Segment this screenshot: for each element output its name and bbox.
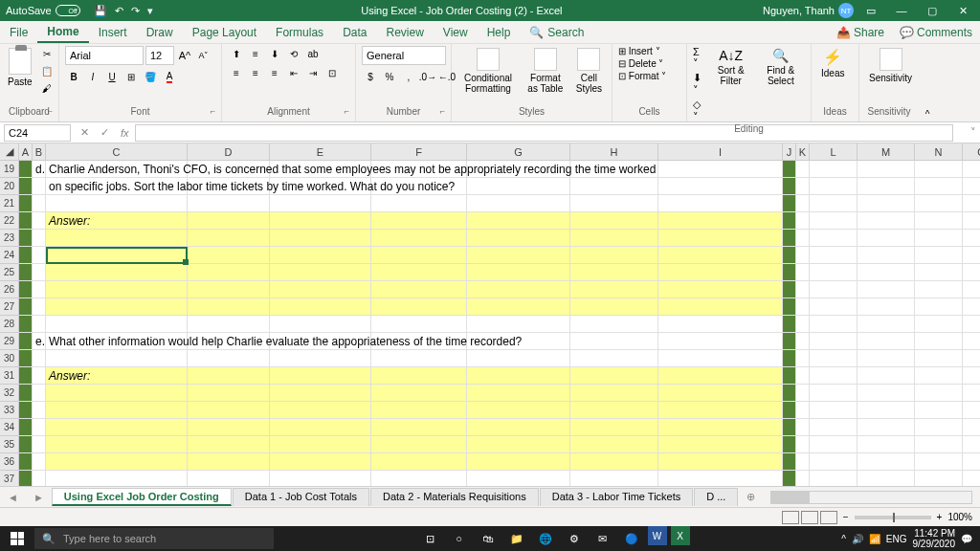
number-format-select[interactable]: General (362, 46, 446, 65)
cell[interactable] (270, 385, 371, 401)
cell[interactable] (915, 264, 963, 280)
row-header-35[interactable]: 35 (0, 436, 19, 453)
cell[interactable] (783, 316, 796, 332)
cell[interactable] (796, 419, 810, 435)
borders-icon[interactable]: ⊞ (122, 69, 140, 84)
alignment-launcher-icon[interactable]: ⌐ (345, 106, 349, 116)
cell[interactable] (658, 264, 783, 280)
cell[interactable] (658, 247, 783, 263)
cell[interactable] (810, 230, 858, 246)
cell[interactable] (33, 195, 46, 211)
autosave-toggle[interactable]: AutoSave Off (0, 5, 86, 16)
minimize-icon[interactable]: — (888, 0, 915, 21)
cell[interactable] (371, 385, 467, 401)
bold-button[interactable]: B (65, 69, 82, 84)
decrease-font-icon[interactable]: A˅ (195, 48, 212, 63)
col-header-J[interactable]: J (783, 143, 796, 161)
cell[interactable] (19, 367, 33, 384)
sheet-tab[interactable]: Data 2 - Materials Requisitions (370, 488, 539, 506)
cell[interactable] (915, 402, 963, 418)
cell[interactable] (570, 367, 658, 384)
task-view-icon[interactable]: ⊡ (418, 526, 443, 551)
view-normal-icon[interactable] (782, 511, 799, 524)
cell[interactable] (570, 419, 658, 435)
col-header-G[interactable]: G (467, 143, 570, 161)
cell[interactable] (270, 350, 371, 366)
cell[interactable] (371, 419, 467, 435)
col-header-H[interactable]: H (570, 143, 658, 161)
cell[interactable]: Answer: (46, 212, 188, 229)
cell[interactable] (658, 316, 783, 332)
cell[interactable] (467, 178, 570, 194)
cell[interactable] (963, 298, 980, 315)
cell[interactable] (467, 436, 570, 452)
cell[interactable] (796, 385, 810, 401)
cell[interactable] (858, 419, 915, 435)
select-all-corner[interactable]: ◢ (0, 143, 19, 161)
cell[interactable] (467, 453, 570, 470)
cell[interactable] (188, 471, 270, 486)
cell[interactable] (33, 419, 46, 435)
cell[interactable] (270, 281, 371, 298)
cell[interactable] (915, 419, 963, 435)
spreadsheet-grid[interactable]: ◢ 19202122232425262728293031323334353637… (0, 143, 980, 486)
cell[interactable] (270, 264, 371, 280)
cell[interactable] (858, 333, 915, 349)
cell[interactable]: Charlie Anderson, Thoni's CFO, is concer… (46, 161, 188, 177)
cell[interactable] (810, 298, 858, 315)
notifications-icon[interactable]: 💬 (961, 534, 972, 544)
cell[interactable] (796, 453, 810, 470)
cell[interactable] (783, 419, 796, 435)
cell[interactable] (963, 402, 980, 418)
view-page-break-icon[interactable] (820, 511, 837, 524)
cell[interactable] (858, 402, 915, 418)
cell[interactable] (33, 247, 46, 263)
settings-icon[interactable]: ⚙ (562, 526, 587, 551)
cell[interactable] (858, 264, 915, 280)
cell[interactable] (963, 350, 980, 366)
col-header-A[interactable]: A (19, 143, 33, 161)
cell[interactable] (188, 402, 270, 418)
cell[interactable] (46, 247, 188, 263)
cell[interactable] (270, 367, 371, 384)
cell[interactable] (188, 230, 270, 246)
zoom-out-icon[interactable]: − (843, 512, 849, 522)
cell[interactable] (371, 350, 467, 366)
cell[interactable] (915, 195, 963, 211)
cell[interactable] (658, 350, 783, 366)
cell[interactable] (570, 436, 658, 452)
zoom-in-icon[interactable]: + (937, 512, 943, 522)
col-header-K[interactable]: K (796, 143, 810, 161)
name-box[interactable]: C24 (4, 124, 71, 142)
cell[interactable] (570, 298, 658, 315)
ideas-button[interactable]: ⚡Ideas (817, 46, 848, 80)
cell[interactable] (19, 350, 33, 366)
cell[interactable] (658, 298, 783, 315)
qat-more-icon[interactable]: ▾ (147, 5, 153, 17)
cell[interactable] (783, 212, 796, 229)
cell[interactable] (371, 281, 467, 298)
tray-chevron-icon[interactable]: ^ (841, 534, 846, 544)
insert-cells-button[interactable]: ⊞ Insert ˅ (618, 46, 660, 56)
copy-icon[interactable]: 📋 (38, 63, 56, 78)
row-header-32[interactable]: 32 (0, 385, 19, 402)
cell[interactable] (783, 367, 796, 384)
cell[interactable] (915, 212, 963, 229)
cell[interactable] (858, 161, 915, 177)
cell[interactable] (963, 436, 980, 452)
cell[interactable] (46, 471, 188, 486)
cell[interactable] (270, 298, 371, 315)
cell[interactable] (810, 247, 858, 263)
word-icon[interactable]: W (648, 526, 667, 545)
cell[interactable] (858, 281, 915, 298)
col-header-I[interactable]: I (658, 143, 783, 161)
cell[interactable] (570, 281, 658, 298)
cell[interactable] (783, 333, 796, 349)
number-launcher-icon[interactable]: ⌐ (440, 106, 445, 116)
menu-data[interactable]: Data (333, 21, 376, 43)
enter-formula-icon[interactable]: ✓ (95, 126, 115, 139)
volume-icon[interactable]: 🔊 (852, 534, 863, 544)
cell[interactable] (915, 247, 963, 263)
cell[interactable] (915, 471, 963, 486)
cell[interactable] (188, 281, 270, 298)
